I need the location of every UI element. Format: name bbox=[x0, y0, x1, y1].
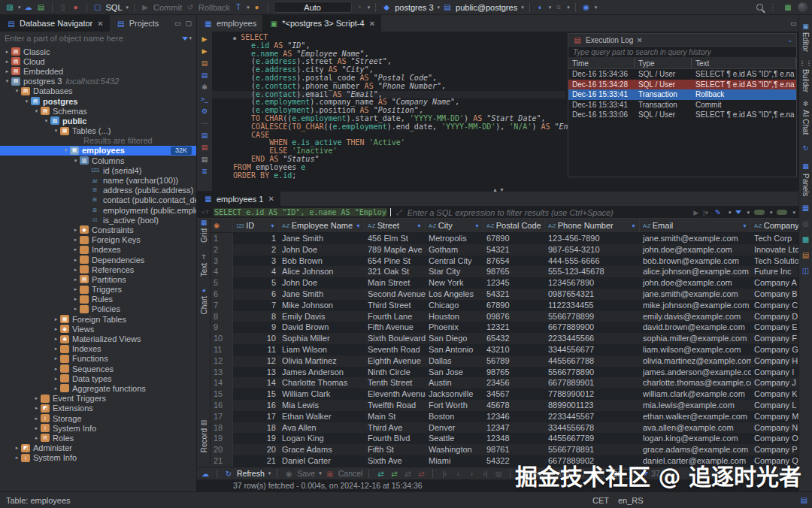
row-number[interactable]: 12 bbox=[211, 355, 233, 367]
cell-postal-code[interactable]: 12346 bbox=[483, 411, 545, 422]
window-layout-icon[interactable]: ▨ bbox=[5, 2, 15, 13]
table-row[interactable]: 1010Sophia MillerSixth BoulevardSan Dieg… bbox=[211, 333, 798, 344]
minimize-icon[interactable]: ▭ bbox=[174, 20, 181, 27]
cell-employee-name[interactable]: Jane Smith bbox=[279, 289, 365, 300]
log-search-input[interactable]: Type query part to search in query histo… bbox=[568, 47, 796, 58]
tree-item-contact-public-contact-details[interactable]: ⊞contact (public.contact_details) bbox=[0, 195, 196, 205]
chevron-right-icon[interactable]: ▸ bbox=[13, 445, 21, 451]
cell-id[interactable]: 4 bbox=[233, 266, 279, 277]
tab-script[interactable]: ▣ *<postgres 3> Script-4 ✕ bbox=[262, 15, 381, 32]
chevron-right-icon[interactable]: ▸ bbox=[71, 296, 80, 302]
tree-item-functions[interactable]: ▸Functions bbox=[0, 354, 196, 364]
more-options-icon[interactable]: ⋮ bbox=[768, 2, 778, 13]
cell-employee-name[interactable]: Mia Lewis bbox=[279, 400, 365, 411]
code-area[interactable]: ● SELECT e.id AS "ID", e.name AS "Employ… bbox=[212, 34, 565, 180]
row-number[interactable]: 10 bbox=[211, 333, 233, 344]
tree-item-extensions[interactable]: ▸◩Extensions bbox=[0, 404, 196, 413]
theme-icon[interactable]: ◐ bbox=[535, 2, 546, 13]
cell-street[interactable]: Sixth Boulevard bbox=[365, 333, 426, 344]
tree-item-data-types[interactable]: ▸Data types bbox=[0, 373, 196, 383]
commit-button[interactable]: Commit bbox=[153, 3, 182, 12]
chevron-right-icon[interactable]: ▸ bbox=[71, 306, 80, 312]
filter-expression[interactable]: SELECT e.id AS "ID", e.name AS "Employ bbox=[214, 208, 387, 216]
cell-street[interactable]: Fourth Blvd bbox=[365, 433, 426, 444]
refresh-icon[interactable]: ↻ bbox=[223, 468, 234, 479]
stripe-editor[interactable]: ▣Editor bbox=[799, 23, 812, 52]
cell-city[interactable]: Houston bbox=[426, 311, 483, 322]
record-icon[interactable]: ◉ bbox=[581, 2, 592, 13]
cell-street[interactable]: Sixth Ave bbox=[365, 455, 426, 467]
cell-phone-number[interactable]: 987-654-3210 bbox=[545, 244, 640, 256]
cell-company[interactable]: Company D bbox=[751, 311, 798, 322]
cell-company[interactable]: Company B bbox=[751, 289, 798, 300]
cell-id[interactable]: 11 bbox=[233, 344, 279, 355]
table-row[interactable]: 11Jane Smith456 Elm StMetropolis67890123… bbox=[211, 233, 798, 244]
cell-email[interactable]: mike.johnson@example.com bbox=[640, 300, 751, 311]
cell-email[interactable]: logan.king@example.com bbox=[640, 433, 751, 444]
cell-phone-number[interactable]: 1234567890 bbox=[545, 277, 640, 289]
table-row[interactable]: 1717Ethan WalkerMain StBoston12346223344… bbox=[211, 411, 798, 422]
status-notification-icon[interactable]: ▤ bbox=[801, 496, 807, 504]
log-row[interactable]: Dec-16 15:33:06SQL / UserSELECT ¶ e.id A… bbox=[568, 110, 796, 120]
row-number[interactable]: 1 bbox=[211, 233, 233, 244]
window-icon[interactable]: ▦ bbox=[783, 2, 793, 13]
cell-street[interactable]: Third Ave bbox=[365, 422, 426, 434]
sql-dialect-button[interactable]: SQL bbox=[106, 3, 123, 12]
cell-street[interactable]: 456 Elm St bbox=[365, 233, 426, 244]
cell-company[interactable]: Tech Corp bbox=[751, 233, 798, 244]
cell-postal-code[interactable]: 98765 bbox=[483, 367, 545, 378]
cell-phone-number[interactable]: 4455667789 bbox=[545, 433, 640, 444]
cell-postal-code[interactable]: 34567 bbox=[483, 389, 545, 400]
column-header-id[interactable]: 123ID▼ bbox=[233, 219, 279, 232]
cell-id[interactable]: 7 bbox=[233, 300, 279, 311]
tree-item-policies[interactable]: ▸Policies bbox=[0, 304, 196, 314]
rollback-button[interactable]: Rollback bbox=[198, 3, 230, 12]
prev-page-icon[interactable]: ‹ bbox=[453, 468, 463, 479]
cell-phone-number[interactable]: 2233445567 bbox=[545, 411, 640, 422]
chevron-right-icon[interactable]: ▸ bbox=[52, 355, 60, 361]
tree-item-results-are-filtered[interactable]: Results are filtered bbox=[0, 136, 196, 146]
row-number[interactable]: 19 bbox=[211, 433, 233, 444]
cell-street[interactable]: Main St bbox=[365, 411, 426, 422]
open-folder-icon[interactable]: ▤ bbox=[36, 2, 47, 13]
close-icon[interactable]: ✕ bbox=[636, 36, 642, 44]
tree-item-is-active-bool[interactable]: ☑is_active (bool) bbox=[0, 215, 196, 225]
run-new-icon[interactable]: ▶ bbox=[200, 47, 210, 56]
cell-email[interactable]: sophia.miller@example.com bbox=[640, 333, 751, 344]
cell-email[interactable]: james.anderson@example.com bbox=[640, 367, 751, 378]
table-row[interactable]: 1818Ava AllenThird AveDenver123473344556… bbox=[211, 422, 798, 434]
tree-item-public[interactable]: ▾▧public bbox=[0, 116, 196, 125]
doc-icon[interactable]: ▤ bbox=[200, 131, 210, 140]
history-icon[interactable]: ◔ bbox=[354, 2, 365, 13]
cell-city[interactable]: Seattle bbox=[426, 433, 483, 444]
object-search-input[interactable]: Enter a part of object name here ▾ bbox=[0, 32, 196, 45]
cell-phone-number[interactable]: 123-456-7890 bbox=[545, 233, 640, 244]
cell-id[interactable]: 1 bbox=[233, 233, 279, 244]
cell-postal-code[interactable]: 54321 bbox=[483, 289, 545, 300]
cell-id[interactable]: 3 bbox=[233, 256, 279, 267]
tree-item-schemas[interactable]: ▾▤Schemas bbox=[0, 106, 196, 116]
tree-item-employment-public-employment[interactable]: ⊞employment (public.employment_ bbox=[0, 205, 196, 215]
cell-street[interactable]: 654 Pine St bbox=[365, 256, 426, 267]
tree-item-administer[interactable]: ▸◩Administer bbox=[0, 443, 196, 453]
row-number[interactable]: 4 bbox=[211, 266, 233, 277]
refresh-button[interactable]: Refresh bbox=[237, 469, 265, 478]
cell-id[interactable]: 18 bbox=[233, 422, 279, 434]
side-tab-chart[interactable]: ◕Chart bbox=[197, 286, 211, 314]
sql-editor[interactable]: ▶▶▤▤✻>_⚙⋯▤▤▤≣ ● SELECT e.id AS "ID", e.n… bbox=[197, 32, 798, 192]
cell-city[interactable]: Los Angeles bbox=[426, 289, 483, 300]
cell-postal-code[interactable]: 12345 bbox=[483, 277, 545, 289]
last-page-icon[interactable]: ›| bbox=[480, 468, 490, 479]
cell-company[interactable]: Tech Solutions bbox=[751, 256, 798, 267]
log-col-header-text[interactable]: Text bbox=[692, 58, 796, 68]
table-row[interactable]: 55John DoeMain StreetNew York12345123456… bbox=[211, 277, 798, 289]
chevron-right-icon[interactable]: ▸ bbox=[71, 237, 80, 243]
chevron-right-icon[interactable]: ▸ bbox=[3, 59, 11, 65]
tree-item-constraints[interactable]: ▸◆Constraints bbox=[0, 225, 196, 234]
sort-pill-icon[interactable] bbox=[777, 210, 787, 215]
chevron-right-icon[interactable]: ▸ bbox=[32, 395, 41, 401]
cell-city[interactable]: San Jose bbox=[426, 367, 483, 378]
stripe-refresh[interactable]: ↻ bbox=[799, 143, 812, 153]
cell-company[interactable]: Future Inc bbox=[751, 266, 798, 277]
tree-item-event-triggers[interactable]: ▸Event Triggers bbox=[0, 394, 196, 404]
